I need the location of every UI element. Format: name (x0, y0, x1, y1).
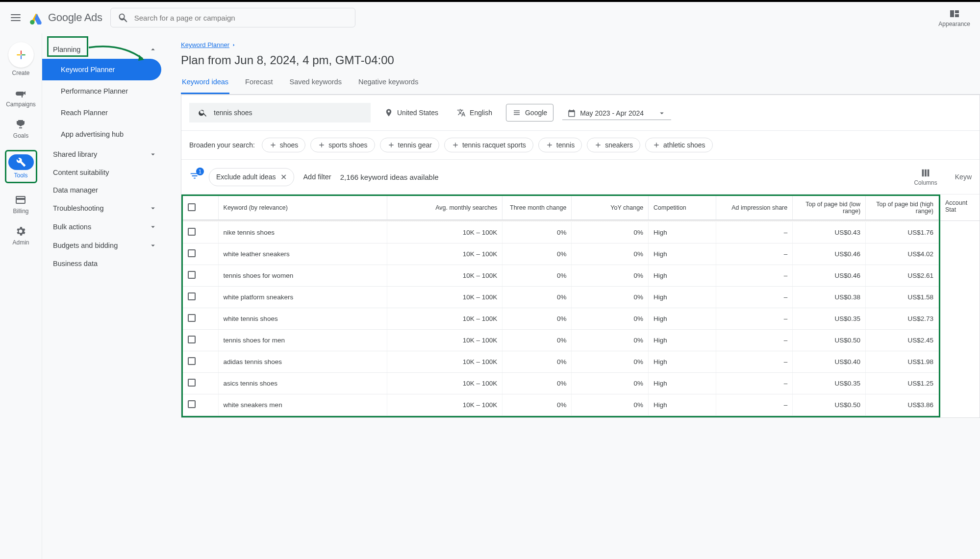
row-checkbox[interactable] (188, 249, 196, 257)
search-icon (118, 12, 128, 23)
cell-bid-high: US$1.76 (866, 222, 939, 243)
cell-yoy: 0% (572, 351, 649, 373)
col-keyword[interactable]: Keyword (by relevance) (218, 196, 387, 220)
sidebar-section-bulk-actions[interactable]: Bulk actions (42, 218, 168, 236)
sidebar-section-shared-library[interactable]: Shared library (42, 145, 168, 164)
cell-competition: High (649, 330, 716, 351)
col-competition[interactable]: Competition (649, 196, 716, 220)
row-checkbox[interactable] (188, 379, 196, 387)
table-row[interactable]: white sneakers men10K – 100K0%0%High–US$… (183, 394, 939, 416)
sidebar-item-performance-planner[interactable]: Performance Planner (42, 80, 168, 102)
cell-bid-high: US$2.61 (866, 265, 939, 287)
breadcrumb-link[interactable]: Keyword Planner (181, 41, 229, 49)
table-row[interactable]: tennis shoes for women10K – 100K0%0%High… (183, 265, 939, 287)
cell-searches: 10K – 100K (387, 308, 503, 330)
row-checkbox[interactable] (188, 271, 196, 279)
table-row[interactable]: adidas tennis shoes10K – 100K0%0%High–US… (183, 351, 939, 373)
table-row[interactable]: asics tennis shoes10K – 100K0%0%High–US$… (183, 373, 939, 394)
sidebar-item-content-suitability[interactable]: Content suitability (42, 164, 168, 181)
cell-bid-low: US$0.46 (793, 243, 866, 265)
col-impression[interactable]: Ad impression share (716, 196, 793, 220)
cell-three-month: 0% (503, 287, 572, 308)
page-title: Plan from Jun 8, 2024, 4 pm, GMT-04:00 (181, 53, 980, 67)
sidebar-item-app-hub[interactable]: App advertising hub (42, 123, 168, 145)
col-yoy[interactable]: YoY change (572, 196, 649, 220)
broaden-chip[interactable]: tennis racquet sports (444, 138, 533, 152)
admin-nav[interactable]: Admin (12, 225, 29, 246)
campaigns-nav[interactable]: Campaigns (6, 87, 36, 108)
cell-impression: – (716, 265, 793, 287)
create-button[interactable]: Create (8, 42, 34, 76)
gear-icon (15, 225, 26, 237)
row-checkbox[interactable] (188, 228, 196, 236)
cell-bid-low: US$0.50 (793, 330, 866, 351)
cell-competition: High (649, 222, 716, 243)
table-row[interactable]: white leather sneakers10K – 100K0%0%High… (183, 243, 939, 265)
date-range-selector[interactable]: May 2023 - Apr 2024 (562, 106, 671, 120)
keyword-view-cut[interactable]: Keyw (955, 173, 972, 181)
col-account-status[interactable]: Account Stat (940, 194, 980, 221)
cell-competition: High (649, 394, 716, 416)
broaden-chip[interactable]: sports shoes (310, 138, 375, 152)
search-term-value: tennis shoes (214, 109, 252, 117)
broaden-chip[interactable]: tennis (538, 138, 582, 152)
breadcrumb: Keyword Planner (181, 41, 980, 49)
close-icon[interactable]: ✕ (280, 172, 287, 182)
col-three-month[interactable]: Three month change (503, 196, 572, 220)
language-selector[interactable]: English (452, 105, 497, 120)
table-row[interactable]: white platform sneakers10K – 100K0%0%Hig… (183, 287, 939, 308)
table-row[interactable]: white tennis shoes10K – 100K0%0%High–US$… (183, 308, 939, 330)
results-toolbar: 1 Exclude adult ideas ✕ Add filter 2,166… (181, 160, 980, 194)
cell-three-month: 0% (503, 265, 572, 287)
network-selector[interactable]: Google (506, 104, 553, 122)
tab-negative-keywords[interactable]: Negative keywords (357, 78, 420, 94)
add-filter-button[interactable]: Add filter (303, 173, 331, 181)
global-search[interactable] (110, 8, 355, 27)
col-bid-high[interactable]: Top of page bid (high range) (866, 196, 939, 220)
table-row[interactable]: nike tennis shoes10K – 100K0%0%High–US$0… (183, 222, 939, 243)
row-checkbox[interactable] (188, 400, 196, 408)
tools-nav[interactable]: Tools (5, 150, 37, 183)
search-input[interactable] (134, 14, 348, 22)
keyword-search[interactable]: tennis shoes (189, 103, 371, 122)
filter-button[interactable]: 1 (189, 170, 200, 183)
keyword-table: Keyword (by relevance) Avg. monthly sear… (183, 196, 939, 416)
sidebar-item-business-data[interactable]: Business data (42, 255, 168, 272)
col-searches[interactable]: Avg. monthly searches (387, 196, 503, 220)
broaden-chip[interactable]: sneakers (587, 138, 640, 152)
cell-yoy: 0% (572, 394, 649, 416)
sidebar-section-budgets[interactable]: Budgets and bidding (42, 236, 168, 255)
tab-saved-keywords[interactable]: Saved keywords (289, 78, 343, 94)
cell-keyword: white sneakers men (218, 394, 387, 416)
logo[interactable]: Google Ads (29, 11, 102, 24)
menu-icon[interactable] (10, 12, 22, 24)
location-selector[interactable]: United States (379, 105, 443, 120)
cell-impression: – (716, 373, 793, 394)
sidebar-item-reach-planner[interactable]: Reach Planner (42, 102, 168, 123)
col-bid-low[interactable]: Top of page bid (low range) (793, 196, 866, 220)
row-checkbox[interactable] (188, 357, 196, 365)
columns-button[interactable]: Columns (914, 168, 937, 186)
cell-three-month: 0% (503, 243, 572, 265)
annotation-box (47, 36, 88, 57)
sidebar-item-data-manager[interactable]: Data manager (42, 181, 168, 199)
appearance-button[interactable]: Appearance (938, 8, 970, 27)
table-row[interactable]: tennis shoes for men10K – 100K0%0%High–U… (183, 330, 939, 351)
cell-searches: 10K – 100K (387, 330, 503, 351)
exclude-adult-chip[interactable]: Exclude adult ideas ✕ (209, 168, 294, 186)
broaden-chip[interactable]: athletic shoes (645, 138, 713, 152)
broaden-chip[interactable]: shoes (262, 138, 305, 152)
row-checkbox[interactable] (188, 314, 196, 322)
cell-searches: 10K – 100K (387, 243, 503, 265)
broaden-chip[interactable]: tennis gear (380, 138, 439, 152)
sidebar-section-troubleshooting[interactable]: Troubleshooting (42, 199, 168, 218)
goals-nav[interactable]: Goals (13, 119, 28, 139)
plus-icon (15, 49, 27, 61)
select-all-checkbox[interactable] (188, 203, 196, 211)
row-checkbox[interactable] (188, 292, 196, 300)
tab-forecast[interactable]: Forecast (244, 78, 274, 94)
tab-keyword-ideas[interactable]: Keyword ideas (181, 78, 229, 94)
billing-nav[interactable]: Billing (13, 194, 28, 215)
cell-bid-high: US$3.86 (866, 394, 939, 416)
row-checkbox[interactable] (188, 336, 196, 343)
